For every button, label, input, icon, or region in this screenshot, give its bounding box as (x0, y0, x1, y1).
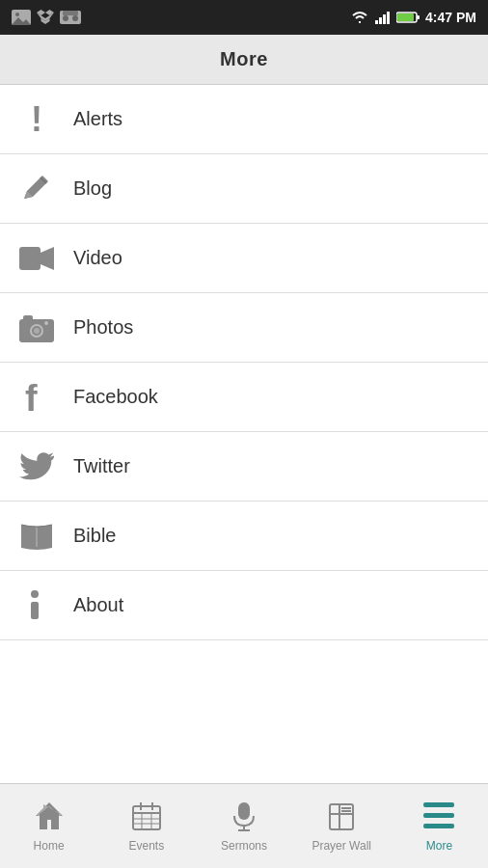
svg-rect-49 (423, 813, 454, 818)
blog-icon-wrap (19, 172, 73, 206)
pencil-icon (19, 172, 54, 206)
facebook-label: Facebook (73, 386, 158, 408)
page-title: More (220, 48, 268, 70)
svg-rect-10 (63, 11, 78, 15)
svg-marker-3 (37, 10, 45, 15)
wifi-icon (350, 10, 369, 25)
svg-rect-40 (238, 802, 250, 820)
svg-rect-11 (375, 20, 378, 24)
svg-point-25 (34, 328, 40, 334)
status-right-icons: 4:47 PM (350, 10, 476, 25)
svg-rect-29 (31, 602, 39, 619)
twitter-icon-wrap (19, 449, 73, 484)
svg-rect-22 (23, 315, 33, 321)
nav-item-events[interactable]: Events (97, 784, 195, 868)
status-bar: 4:47 PM (0, 0, 488, 35)
facebook-icon-wrap: f (19, 380, 73, 415)
svg-point-26 (44, 321, 48, 325)
svg-text:f: f (25, 380, 38, 415)
mic-icon (229, 800, 259, 835)
photos-label: Photos (73, 316, 133, 339)
svg-rect-13 (383, 14, 386, 24)
bible-icon (19, 519, 54, 554)
svg-marker-4 (45, 10, 54, 15)
dropbox-status-icon (37, 10, 54, 25)
events-icon (131, 800, 162, 835)
svg-rect-50 (423, 824, 454, 828)
twitter-icon (19, 449, 54, 484)
camera-icon (19, 311, 54, 345)
more-nav-label: More (426, 839, 452, 853)
svg-rect-33 (133, 812, 160, 814)
photos-icon-wrap (19, 311, 73, 345)
svg-text:!: ! (31, 102, 42, 137)
alerts-icon-wrap: ! (19, 102, 73, 137)
menu-item-photos[interactable]: Photos (0, 293, 488, 363)
battery-icon (396, 11, 420, 24)
nav-item-more[interactable]: More (391, 784, 488, 868)
svg-marker-20 (41, 247, 54, 270)
svg-rect-19 (19, 247, 41, 270)
about-icon-wrap (19, 588, 73, 623)
cassette-status-icon (60, 11, 81, 24)
page-header: More (0, 35, 488, 85)
menu-item-twitter[interactable]: Twitter (0, 432, 488, 502)
menu-item-blog[interactable]: Blog (0, 154, 488, 224)
nav-item-prayer-wall[interactable]: Prayer Wall (293, 784, 391, 868)
image-status-icon (12, 10, 31, 25)
menu-item-facebook[interactable]: f Facebook (0, 363, 488, 432)
video-label: Video (73, 247, 122, 269)
menu-list: ! Alerts Blog Video (0, 85, 488, 640)
alert-icon: ! (19, 102, 54, 137)
info-icon (19, 588, 54, 623)
twitter-label: Twitter (73, 455, 130, 477)
bottom-nav: Home Events (0, 783, 488, 868)
prayer-wall-nav-label: Prayer Wall (312, 839, 371, 853)
svg-point-1 (15, 13, 19, 16)
svg-rect-17 (417, 15, 420, 19)
time-display: 4:47 PM (425, 10, 476, 25)
menu-item-about[interactable]: About (0, 571, 488, 640)
svg-rect-32 (133, 806, 160, 829)
svg-rect-48 (423, 802, 454, 807)
menu-item-alerts[interactable]: ! Alerts (0, 85, 488, 154)
svg-point-8 (63, 15, 68, 21)
prayer-icon (326, 800, 357, 835)
blog-label: Blog (73, 177, 112, 200)
svg-point-28 (31, 590, 39, 598)
nav-item-sermons[interactable]: Sermons (195, 784, 292, 868)
svg-rect-14 (387, 12, 390, 24)
nav-item-home[interactable]: Home (0, 784, 97, 868)
bible-icon-wrap (19, 519, 73, 554)
menu-item-bible[interactable]: Bible (0, 502, 488, 571)
home-nav-label: Home (34, 839, 65, 853)
status-left-icons (12, 10, 81, 25)
svg-rect-12 (379, 17, 382, 24)
facebook-icon: f (19, 380, 54, 415)
svg-rect-16 (397, 14, 414, 21)
home-icon (34, 800, 65, 835)
svg-point-9 (72, 15, 78, 21)
menu-icon (423, 800, 454, 835)
about-label: About (73, 594, 123, 616)
alerts-label: Alerts (73, 108, 122, 130)
events-nav-label: Events (128, 839, 164, 853)
video-icon (19, 241, 54, 276)
signal-icon (375, 11, 391, 24)
sermons-nav-label: Sermons (221, 839, 267, 853)
bible-label: Bible (73, 525, 116, 547)
video-icon-wrap (19, 241, 73, 276)
menu-item-video[interactable]: Video (0, 224, 488, 293)
